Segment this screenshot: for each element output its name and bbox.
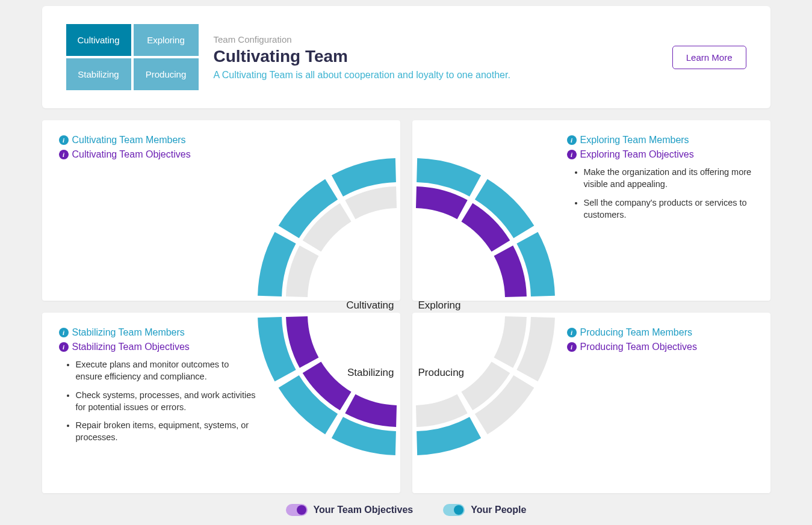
stabilizing-objectives-heading[interactable]: i Stabilizing Team Objectives <box>59 342 258 352</box>
header-info: Team Configuration Cultivating Team A Cu… <box>214 34 657 81</box>
info-icon: i <box>59 342 69 352</box>
panel-exploring: i Exploring Team Members i Exploring Tea… <box>412 120 770 301</box>
exploring-objectives-label: Exploring Team Objectives <box>580 149 694 160</box>
page-title: Cultivating Team <box>214 47 657 66</box>
quadrant-grid: i Cultivating Team Members i Cultivating… <box>42 120 770 493</box>
list-item: Execute plans and monitor outcomes to en… <box>76 358 258 383</box>
cultivating-objectives-label: Cultivating Team Objectives <box>72 149 191 160</box>
exploring-objectives-list: Make the organization and its offering m… <box>567 166 754 221</box>
header-subtitle: Team Configuration <box>214 34 657 45</box>
panel-producing: i Producing Team Members i Producing Tea… <box>412 313 770 493</box>
info-icon: i <box>59 150 69 159</box>
stabilizing-objectives-list: Execute plans and monitor outcomes to en… <box>59 358 258 444</box>
header-description: A Cultivating Team is all about cooperat… <box>214 70 657 81</box>
list-item: Sell the company's products or services … <box>584 197 754 221</box>
legend-objectives-label: Your Team Objectives <box>314 505 414 515</box>
panel-cultivating: i Cultivating Team Members i Cultivating… <box>42 120 400 301</box>
exploring-members-heading[interactable]: i Exploring Team Members <box>567 135 754 146</box>
producing-members-heading[interactable]: i Producing Team Members <box>567 327 754 338</box>
cultivating-objectives-heading[interactable]: i Cultivating Team Objectives <box>59 149 246 160</box>
stabilizing-objectives-label: Stabilizing Team Objectives <box>72 342 190 352</box>
producing-members-label: Producing Team Members <box>580 327 692 338</box>
tab-producing[interactable]: Producing <box>134 58 199 90</box>
cultivating-members-label: Cultivating Team Members <box>72 135 186 146</box>
producing-objectives-heading[interactable]: i Producing Team Objectives <box>567 342 754 352</box>
info-icon: i <box>567 150 577 159</box>
info-icon: i <box>567 328 577 337</box>
quadrant-button-grid: Cultivating Exploring Stabilizing Produc… <box>66 24 199 90</box>
learn-more-button[interactable]: Learn More <box>672 46 746 69</box>
chart-label-cultivating: Cultivating <box>346 299 394 312</box>
legend: Your Team Objectives Your People <box>42 504 770 516</box>
list-item: Check systems, processes, and work activ… <box>76 389 258 414</box>
info-icon: i <box>567 135 577 145</box>
info-icon: i <box>59 328 69 337</box>
toggle-icon <box>443 504 465 516</box>
cultivating-members-heading[interactable]: i Cultivating Team Members <box>59 135 246 146</box>
producing-objectives-label: Producing Team Objectives <box>580 342 697 352</box>
stabilizing-members-heading[interactable]: i Stabilizing Team Members <box>59 327 258 338</box>
list-item: Make the organization and its offering m… <box>584 166 754 191</box>
tab-exploring[interactable]: Exploring <box>134 24 199 56</box>
chart-label-exploring: Exploring <box>418 299 461 312</box>
header-card: Cultivating Exploring Stabilizing Produc… <box>42 6 770 108</box>
exploring-members-label: Exploring Team Members <box>580 135 689 146</box>
legend-people[interactable]: Your People <box>443 504 526 516</box>
info-icon: i <box>567 342 577 352</box>
toggle-icon <box>286 504 308 516</box>
panel-stabilizing: i Stabilizing Team Members i Stabilizing… <box>42 313 400 493</box>
legend-people-label: Your People <box>471 505 526 515</box>
tab-cultivating[interactable]: Cultivating <box>66 24 131 56</box>
list-item: Repair broken items, equipment, systems,… <box>76 419 258 444</box>
exploring-objectives-heading[interactable]: i Exploring Team Objectives <box>567 149 754 160</box>
stabilizing-members-label: Stabilizing Team Members <box>72 327 185 338</box>
legend-objectives[interactable]: Your Team Objectives <box>286 504 414 516</box>
info-icon: i <box>59 135 69 145</box>
tab-stabilizing[interactable]: Stabilizing <box>66 58 131 90</box>
